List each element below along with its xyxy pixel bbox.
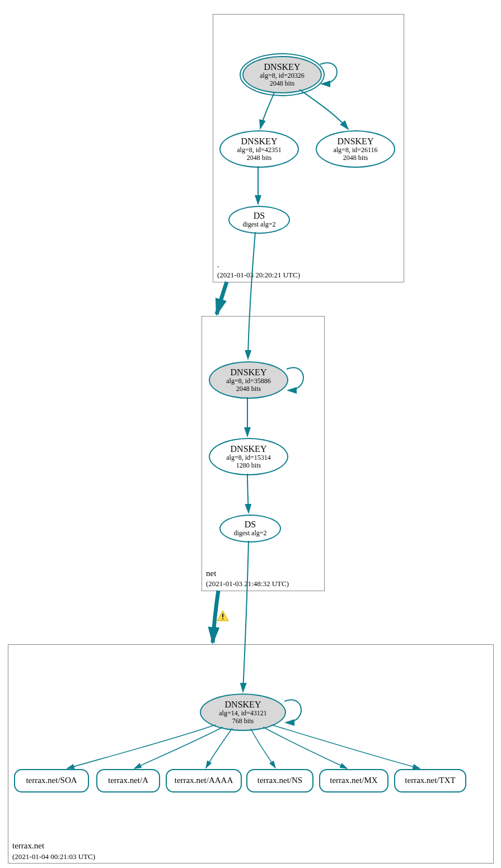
svg-rect-2 — [222, 619, 223, 620]
node-sub2: 1280 bits — [236, 462, 261, 470]
zone-terrax — [8, 644, 494, 864]
rrset-label: terrax.net/MX — [330, 776, 377, 785]
rrset-label: terrax.net/A — [108, 776, 148, 785]
node-title: DS — [254, 211, 265, 221]
node-net-zsk: DNSKEY alg=8, id=15314 1280 bits — [209, 438, 288, 475]
node-sub1: alg=14, id=43121 — [219, 710, 267, 718]
node-sub2: 2048 bits — [236, 385, 261, 393]
rrset-txt: terrax.net/TXT — [394, 769, 466, 792]
node-title: DS — [245, 520, 256, 530]
rrset-label: terrax.net/TXT — [405, 776, 455, 785]
rrset-a: terrax.net/A — [96, 769, 160, 792]
zone-net-name: net — [206, 569, 216, 578]
node-sub1: digest alg=2 — [242, 221, 275, 229]
node-title: DNSKEY — [225, 700, 261, 710]
node-sub1: alg=8, id=15314 — [226, 454, 271, 462]
rrset-label: terrax.net/NS — [257, 776, 302, 785]
node-sub2: 768 bits — [232, 718, 254, 725]
node-terrax-ksk: DNSKEY alg=14, id=43121 768 bits — [200, 694, 286, 731]
svg-rect-1 — [222, 614, 223, 617]
zone-root-ts: (2021-01-03 20:20:21 UTC) — [217, 271, 300, 280]
node-root-zsk2: DNSKEY alg=8, id=26116 2048 bits — [316, 130, 395, 168]
node-net-ksk: DNSKEY alg=8, id=35886 2048 bits — [209, 361, 288, 399]
node-sub1: alg=8, id=26116 — [333, 147, 377, 154]
node-net-ds: DS digest alg=2 — [219, 515, 281, 542]
node-sub1: alg=8, id=42351 — [237, 147, 282, 154]
node-sub2: 2048 bits — [343, 154, 368, 162]
rrset-ns: terrax.net/NS — [246, 769, 313, 792]
node-sub1: alg=8, id=35886 — [226, 378, 271, 385]
rrset-soa: terrax.net/SOA — [14, 769, 89, 792]
node-sub1: alg=8, id=20326 — [260, 72, 305, 80]
rrset-mx: terrax.net/MX — [319, 769, 388, 792]
rrset-aaaa: terrax.net/AAAA — [166, 769, 242, 792]
rrset-label: terrax.net/SOA — [26, 776, 77, 785]
node-title: DNSKEY — [264, 62, 301, 72]
node-root-ds: DS digest alg=2 — [228, 206, 290, 234]
node-title: DNSKEY — [241, 136, 278, 147]
zone-root-name: . — [217, 260, 219, 270]
zone-terrax-ts: (2021-01-04 00:21:03 UTC) — [12, 852, 95, 861]
zone-terrax-name: terrax.net — [12, 841, 44, 851]
node-root-zsk1: DNSKEY alg=8, id=42351 2048 bits — [219, 130, 299, 168]
node-sub1: digest alg=2 — [233, 530, 266, 537]
node-sub2: 2048 bits — [247, 154, 271, 162]
zone-net-ts: (2021-01-03 21:48:32 UTC) — [206, 579, 289, 588]
node-title: DNSKEY — [231, 367, 267, 378]
node-sub2: 2048 bits — [270, 80, 294, 88]
warning-icon — [217, 610, 229, 621]
rrset-label: terrax.net/AAAA — [175, 776, 233, 785]
node-title: DNSKEY — [338, 136, 374, 147]
node-title: DNSKEY — [231, 444, 267, 454]
node-root-ksk: DNSKEY alg=8, id=20326 2048 bits — [242, 56, 322, 93]
